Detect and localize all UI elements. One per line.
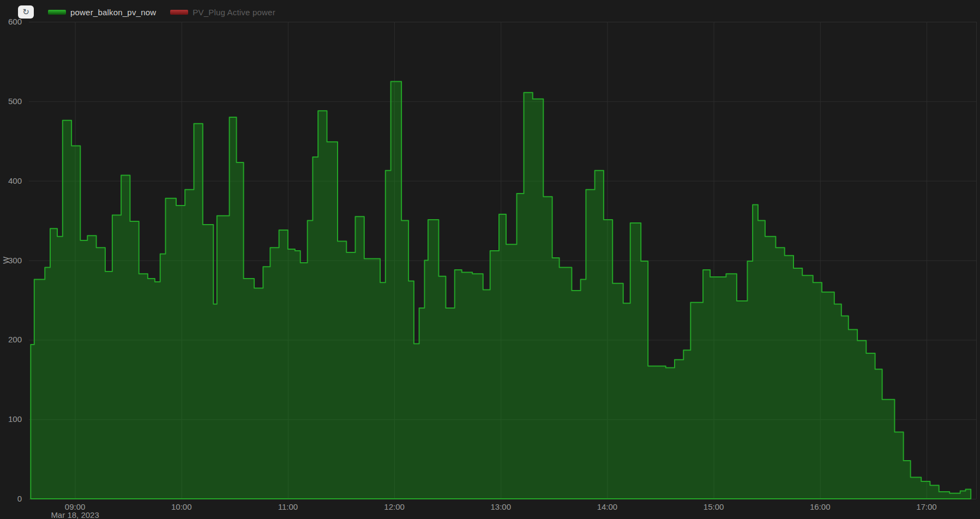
svg-text:11:00: 11:00 [278, 502, 298, 511]
svg-text:500: 500 [8, 96, 22, 106]
svg-text:400: 400 [8, 176, 22, 185]
legend-item-pv-plug-active-power[interactable]: PV_Plug Active power [170, 8, 275, 17]
legend-swatch-icon [170, 10, 188, 15]
svg-text:200: 200 [8, 335, 22, 344]
refresh-icon: ↻ [22, 8, 29, 16]
chart-panel: 0100200300400500600W09:0010:0011:0012:00… [0, 0, 980, 519]
x-axis-labels: 09:0010:0011:0012:0013:0014:0015:0016:00… [65, 502, 937, 511]
legend-label: PV_Plug Active power [193, 8, 275, 17]
refresh-button[interactable]: ↻ [18, 5, 34, 19]
legend: power_balkon_pv_nowPV_Plug Active power [48, 8, 275, 17]
x-axis-date-label: Mar 18, 2023 [51, 510, 99, 519]
y-axis-title: W [2, 256, 10, 264]
svg-text:13:00: 13:00 [490, 502, 511, 511]
legend-item-power-balkon-pv-now[interactable]: power_balkon_pv_now [48, 8, 156, 17]
svg-text:12:00: 12:00 [384, 502, 405, 511]
svg-text:15:00: 15:00 [704, 502, 724, 511]
toolbar: ↻ power_balkon_pv_nowPV_Plug Active powe… [18, 5, 275, 19]
legend-swatch-icon [48, 10, 66, 15]
svg-text:14:00: 14:00 [597, 502, 618, 511]
svg-text:17:00: 17:00 [916, 502, 937, 511]
legend-label: power_balkon_pv_now [70, 8, 156, 17]
svg-text:16:00: 16:00 [810, 502, 831, 511]
svg-text:10:00: 10:00 [171, 502, 192, 511]
plot-area[interactable]: 0100200300400500600W09:0010:0011:0012:00… [0, 0, 980, 519]
svg-text:0: 0 [17, 494, 22, 503]
svg-text:100: 100 [8, 414, 22, 424]
